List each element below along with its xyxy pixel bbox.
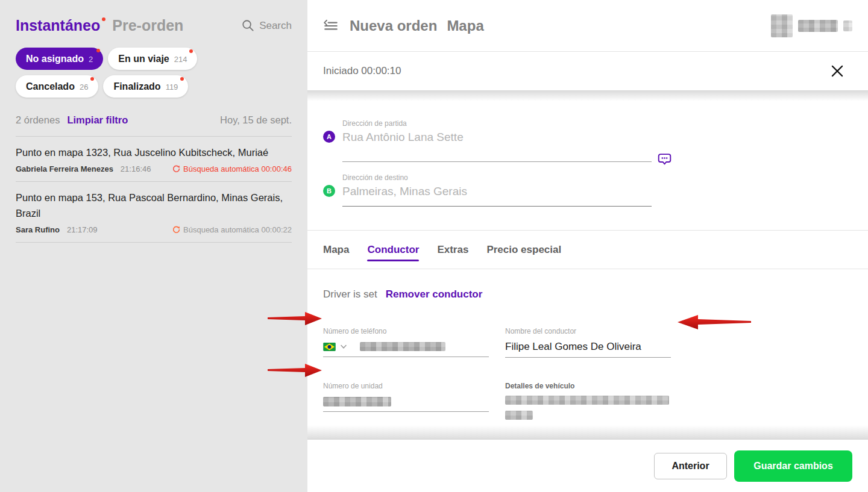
- panel-header: Nueva orden Mapa: [307, 0, 868, 52]
- tab-mapa[interactable]: Mapa: [323, 244, 349, 256]
- order-time: 21:16:46: [121, 164, 151, 173]
- order-list-item[interactable]: Punto en mapa 1323, Rua Juscelino Kubits…: [16, 136, 292, 181]
- orders-list: Punto en mapa 1323, Rua Juscelino Kubits…: [16, 136, 292, 243]
- input-underline: [342, 202, 652, 207]
- auto-search-status: Búsqueda automática 00:00:22: [183, 225, 292, 234]
- orders-summary-row: 2 órdenes Limpiar filtro Hoy, 15 de sept…: [16, 114, 292, 126]
- status-filter-chips: No asignado 2 En un viaje 214 Cancelado …: [16, 48, 245, 98]
- driver-name-value: Filipe Leal Gomes De Oliveira: [505, 341, 641, 353]
- chat-icon[interactable]: [658, 152, 671, 166]
- user-name-redacted: [798, 20, 838, 32]
- order-client: Sara Rufino: [16, 225, 60, 234]
- pickup-badge-a: A: [323, 131, 335, 143]
- auto-search-spinner-icon: [172, 165, 180, 173]
- destination-address-field[interactable]: B Dirección de destino Palmeiras, Minas …: [342, 173, 852, 207]
- remove-driver-link[interactable]: Remover conductor: [386, 288, 483, 300]
- chip-label: Finalizado: [113, 81, 160, 92]
- order-title: Punto en mapa 1323, Rua Juscelino Kubits…: [16, 145, 292, 160]
- vehicle-details-line2-redacted: [505, 411, 533, 420]
- unit-number-field[interactable]: Número de unidad: [323, 382, 489, 420]
- filter-chip-cancelado[interactable]: Cancelado 26: [16, 75, 98, 98]
- date-label: Hoy, 15 de sept.: [220, 114, 292, 126]
- menu-open-icon[interactable]: [323, 18, 339, 34]
- brazil-flag-icon: [323, 343, 336, 351]
- driver-section: Driver is set Remover conductor Número d…: [307, 269, 868, 420]
- tab-precio-especial[interactable]: Precio especial: [486, 244, 561, 256]
- chip-label: Cancelado: [26, 81, 75, 92]
- phone-field[interactable]: Número de teléfono: [323, 327, 489, 358]
- order-detail-panel: Nueva orden Mapa Iniciado 00:00:10 A Dir…: [307, 0, 868, 492]
- route-section: A Dirección de partida Rua Antônio Lana …: [307, 101, 868, 207]
- search-icon: [241, 19, 255, 33]
- destination-address-label: Dirección de destino: [342, 173, 852, 182]
- save-changes-button[interactable]: Guardar cambios: [734, 450, 852, 482]
- unit-number-value-redacted[interactable]: [323, 397, 391, 406]
- chip-count: 26: [80, 81, 88, 92]
- phone-label: Número de teléfono: [323, 327, 489, 335]
- chip-count: 2: [89, 54, 93, 64]
- filter-chip-finalizado[interactable]: Finalizado 119: [103, 75, 188, 98]
- scroll-shadow: [307, 90, 868, 101]
- search-label: Search: [259, 20, 292, 32]
- order-time: 21:17:09: [67, 225, 98, 234]
- order-status-bar: Iniciado 00:00:10: [307, 52, 868, 90]
- notification-dot: [189, 49, 193, 53]
- pickup-address-value: Rua Antônio Lana Sette: [342, 131, 852, 148]
- search-button[interactable]: Search: [241, 19, 292, 33]
- order-timer: Iniciado 00:00:10: [323, 65, 401, 77]
- destination-address-value: Palmeiras, Minas Gerais: [342, 185, 852, 202]
- driver-name-label: Nombre del conductor: [505, 327, 671, 335]
- pickup-address-label: Dirección de partida: [342, 119, 852, 128]
- notification-dot: [96, 49, 100, 52]
- chip-count: 119: [166, 81, 178, 92]
- filter-chip-en-un-viaje[interactable]: En un viaje 214: [108, 48, 197, 70]
- pickup-address-field[interactable]: A Dirección de partida Rua Antônio Lana …: [342, 119, 852, 162]
- filter-chip-no-asignado[interactable]: No asignado 2: [16, 48, 103, 70]
- user-profile-menu[interactable]: [771, 14, 852, 37]
- avatar: [771, 14, 793, 37]
- phone-value-redacted[interactable]: [360, 342, 445, 351]
- vehicle-details-field: Detalles de vehículo: [505, 382, 671, 420]
- vehicle-details-label: Detalles de vehículo: [505, 382, 671, 390]
- sidebar: Instantáneo Pre-orden Search No asignado: [0, 0, 307, 492]
- tab-pre-orden[interactable]: Pre-orden: [112, 17, 183, 34]
- vehicle-details-line1-redacted: [505, 396, 669, 405]
- order-client: Gabriela Ferreira Menezes: [16, 164, 113, 173]
- unit-number-label: Número de unidad: [323, 382, 489, 390]
- tab-instantaneo[interactable]: Instantáneo: [16, 17, 100, 34]
- page-subtitle: Mapa: [447, 17, 483, 34]
- chevron-down-icon[interactable]: [340, 344, 347, 349]
- auto-search-spinner-icon: [172, 226, 180, 234]
- driver-status-text: Driver is set: [323, 288, 377, 300]
- auto-search-status: Búsqueda automática 00:00:46: [183, 164, 292, 173]
- tab-instantaneo-label: Instantáneo: [16, 17, 100, 34]
- driver-fields-grid: Número de teléfono Nombr: [323, 327, 852, 420]
- input-underline: [342, 157, 652, 162]
- chip-label: En un viaje: [118, 54, 169, 64]
- close-icon[interactable]: [829, 63, 845, 79]
- notification-dot: [180, 77, 184, 81]
- chevron-redacted: [843, 20, 852, 31]
- chip-count: 214: [174, 54, 187, 64]
- clear-filter-link[interactable]: Limpiar filtro: [67, 114, 128, 126]
- detail-tabs: Mapa Conductor Extras Precio especial: [307, 231, 868, 269]
- panel-footer: Anterior Guardar cambios: [307, 440, 868, 492]
- tab-extras[interactable]: Extras: [437, 244, 468, 256]
- app-root: Instantáneo Pre-orden Search No asignado: [0, 0, 868, 492]
- page-title: Nueva orden: [350, 17, 437, 34]
- order-list-item[interactable]: Punto en mapa 153, Rua Pascoal Bernardin…: [16, 181, 292, 243]
- chip-label: No asignado: [26, 54, 84, 64]
- scroll-shadow: [307, 425, 868, 440]
- previous-button[interactable]: Anterior: [654, 453, 727, 479]
- sidebar-header: Instantáneo Pre-orden Search: [16, 0, 292, 34]
- tab-conductor[interactable]: Conductor: [367, 244, 419, 256]
- notification-dot: [102, 17, 105, 21]
- order-title: Punto en mapa 153, Rua Pascoal Bernardin…: [16, 190, 292, 221]
- orders-count: 2 órdenes: [16, 114, 60, 126]
- destination-badge-b: B: [323, 185, 335, 197]
- driver-name-field[interactable]: Nombre del conductor Filipe Leal Gomes D…: [505, 327, 671, 358]
- order-type-tabs: Instantáneo Pre-orden: [16, 17, 183, 34]
- notification-dot: [90, 77, 94, 81]
